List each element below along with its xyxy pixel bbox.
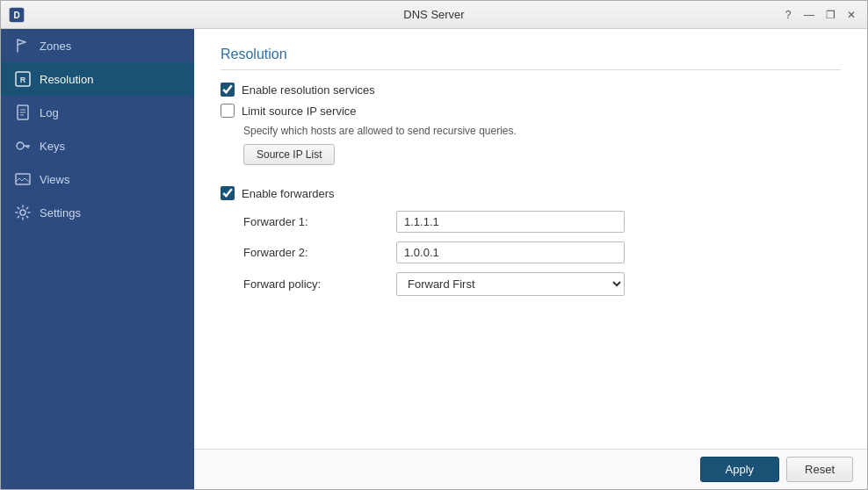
minimize-button[interactable]: —	[800, 6, 818, 24]
content-inner: Resolution Enable resolution services Li…	[194, 29, 867, 449]
sidebar-item-views[interactable]: Views	[1, 162, 194, 196]
svg-point-8	[17, 142, 24, 149]
sidebar-label-views: Views	[40, 173, 69, 186]
gear-icon	[15, 205, 31, 220]
enable-resolution-label[interactable]: Enable resolution services	[242, 83, 375, 97]
content-area: Resolution Enable resolution services Li…	[194, 29, 867, 489]
sidebar-item-keys[interactable]: Keys	[1, 129, 194, 162]
forwarder2-row: Forwarder 2:	[221, 241, 841, 263]
maximize-button[interactable]: ❐	[821, 6, 839, 24]
key-icon	[15, 138, 31, 154]
limit-source-row: Limit source IP service	[221, 104, 841, 118]
apply-button[interactable]: Apply	[700, 457, 780, 482]
forward-policy-label: Forward policy:	[221, 277, 396, 291]
sidebar-label-zones: Zones	[40, 40, 71, 53]
enable-forwarders-row: Enable forwarders	[221, 186, 841, 200]
sidebar: Zones R Resolution Log	[1, 29, 194, 489]
svg-point-13	[20, 210, 25, 215]
sidebar-label-keys: Keys	[40, 140, 65, 153]
sidebar-label-settings: Settings	[40, 206, 81, 220]
source-ip-list-button[interactable]: Source IP List	[243, 144, 335, 165]
forwarder1-input[interactable]	[396, 211, 625, 233]
footer: Apply Reset	[194, 449, 867, 489]
svg-text:D: D	[13, 11, 19, 20]
resolution-icon: R	[15, 71, 31, 87]
limit-source-checkbox[interactable]	[221, 104, 235, 118]
titlebar: D DNS Server ? — ❐ ✕	[1, 1, 867, 29]
sidebar-label-resolution: Resolution	[40, 73, 93, 86]
limit-source-label[interactable]: Limit source IP service	[242, 104, 357, 118]
image-icon	[15, 171, 31, 187]
sidebar-item-settings[interactable]: Settings	[1, 196, 194, 229]
document-icon	[15, 104, 31, 120]
forwarder1-label: Forwarder 1:	[221, 215, 396, 228]
section-title: Resolution	[221, 47, 841, 70]
forwarder2-input[interactable]	[396, 241, 625, 263]
help-button[interactable]: ?	[779, 6, 797, 24]
enable-forwarders-checkbox[interactable]	[221, 186, 235, 200]
enable-resolution-checkbox[interactable]	[221, 83, 235, 97]
enable-resolution-row: Enable resolution services	[221, 83, 841, 97]
forwarder1-row: Forwarder 1:	[221, 211, 841, 233]
window-title: DNS Server	[403, 8, 464, 21]
source-ip-section: Source IP List	[221, 144, 841, 174]
svg-text:R: R	[20, 76, 26, 84]
sidebar-item-log[interactable]: Log	[1, 96, 194, 129]
forwarder2-label: Forwarder 2:	[221, 246, 396, 259]
reset-button[interactable]: Reset	[786, 457, 853, 482]
sidebar-item-zones[interactable]: Zones	[1, 29, 194, 62]
titlebar-controls: ? — ❐ ✕	[779, 6, 860, 24]
titlebar-left: D	[8, 6, 25, 24]
sidebar-label-log: Log	[40, 106, 59, 119]
sidebar-item-resolution[interactable]: R Resolution	[1, 62, 194, 96]
enable-forwarders-label[interactable]: Enable forwarders	[242, 187, 335, 200]
main-content: Zones R Resolution Log	[1, 29, 867, 489]
main-window: D DNS Server ? — ❐ ✕ Zones R	[0, 0, 868, 490]
app-icon: D	[8, 6, 25, 24]
forward-policy-row: Forward policy: Forward First Forward On…	[221, 272, 841, 296]
flag-icon	[15, 38, 31, 54]
specify-text: Specify which hosts are allowed to send …	[243, 125, 841, 137]
forward-policy-select[interactable]: Forward First Forward Only No Forwarding	[396, 272, 625, 296]
close-button[interactable]: ✕	[843, 6, 860, 24]
